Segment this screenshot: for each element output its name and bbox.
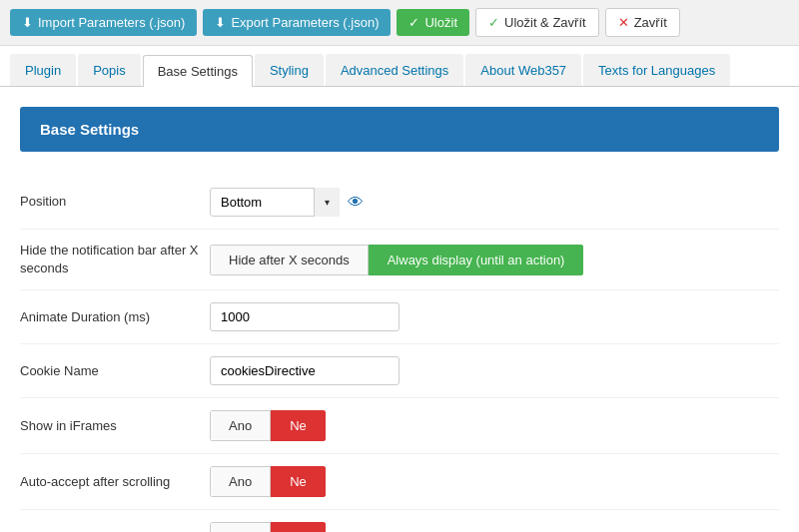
close-icon: ✕ [618, 15, 629, 30]
tabs-bar: Plugin Popis Base Settings Styling Advan… [0, 46, 799, 87]
animate-duration-row: Animate Duration (ms) [20, 290, 779, 344]
reload-page-row: Reload the page after accept Ano Ne [20, 510, 779, 532]
tab-plugin[interactable]: Plugin [10, 54, 76, 86]
hide-bar-label: Hide the notification bar after X second… [20, 242, 210, 277]
show-iframes-toggle-group: Ano Ne [210, 410, 326, 441]
cookie-name-input[interactable] [210, 356, 400, 385]
animate-duration-label: Animate Duration (ms) [20, 308, 210, 326]
show-iframes-control: Ano Ne [210, 410, 326, 441]
toolbar: ⬇ Import Parameters (.json) ⬇ Export Par… [0, 0, 799, 46]
hide-bar-toggle-group: Hide after X seconds Always display (unt… [210, 245, 583, 275]
download-icon-export: ⬇ [215, 15, 226, 30]
import-button[interactable]: ⬇ Import Parameters (.json) [10, 9, 197, 36]
tab-base-settings[interactable]: Base Settings [143, 55, 253, 87]
cookie-name-label: Cookie Name [20, 362, 210, 380]
auto-accept-ano-button[interactable]: Ano [210, 466, 271, 497]
tab-styling[interactable]: Styling [255, 54, 324, 86]
auto-accept-row: Auto-accept after scrolling Ano Ne [20, 454, 779, 510]
hide-bar-control: Hide after X seconds Always display (unt… [210, 245, 583, 275]
section-header: Base Settings [20, 107, 779, 152]
position-control: Bottom Top Left Right ▾ 👁 [210, 188, 364, 217]
auto-accept-ne-button[interactable]: Ne [271, 466, 326, 497]
content-area: Base Settings Position Bottom Top Left R… [0, 87, 799, 532]
position-label: Position [20, 193, 210, 211]
animate-duration-input[interactable] [210, 302, 400, 331]
tab-texts-for-languages[interactable]: Texts for Languages [583, 54, 730, 86]
auto-accept-control: Ano Ne [210, 466, 326, 497]
cookie-name-row: Cookie Name [20, 344, 779, 398]
show-iframes-ano-button[interactable]: Ano [210, 410, 271, 441]
cookie-name-control [210, 356, 400, 385]
position-select-wrap: Bottom Top Left Right ▾ [210, 188, 340, 217]
reload-page-ano-button[interactable]: Ano [210, 522, 271, 532]
show-iframes-row: Show in iFrames Ano Ne [20, 398, 779, 454]
always-display-button[interactable]: Always display (until an action) [369, 245, 584, 275]
tab-popis[interactable]: Popis [78, 54, 141, 86]
reload-page-toggle-group: Ano Ne [210, 522, 326, 532]
hide-after-seconds-button[interactable]: Hide after X seconds [210, 245, 369, 275]
hide-bar-row: Hide the notification bar after X second… [20, 230, 779, 290]
auto-accept-label: Auto-accept after scrolling [20, 473, 210, 491]
reload-page-control: Ano Ne [210, 522, 326, 532]
check-icon: ✓ [488, 15, 499, 30]
eye-icon[interactable]: 👁 [348, 194, 364, 212]
save-button[interactable]: ✓ Uložit [397, 9, 469, 36]
tab-about[interactable]: About Web357 [465, 54, 581, 86]
close-button[interactable]: ✕ Zavřít [605, 8, 680, 37]
export-button[interactable]: ⬇ Export Parameters (.json) [203, 9, 391, 36]
auto-accept-toggle-group: Ano Ne [210, 466, 326, 497]
reload-page-ne-button[interactable]: Ne [271, 522, 326, 532]
save-check-icon: ✓ [408, 15, 419, 30]
show-iframes-ne-button[interactable]: Ne [271, 410, 326, 441]
save-close-button[interactable]: ✓ Uložit & Zavřít [475, 8, 599, 37]
tab-advanced-settings[interactable]: Advanced Settings [326, 54, 463, 86]
animate-duration-control [210, 302, 400, 331]
position-row: Position Bottom Top Left Right ▾ 👁 [20, 176, 779, 230]
show-iframes-label: Show in iFrames [20, 417, 210, 435]
position-select[interactable]: Bottom Top Left Right [210, 188, 340, 217]
download-icon: ⬇ [22, 15, 33, 30]
